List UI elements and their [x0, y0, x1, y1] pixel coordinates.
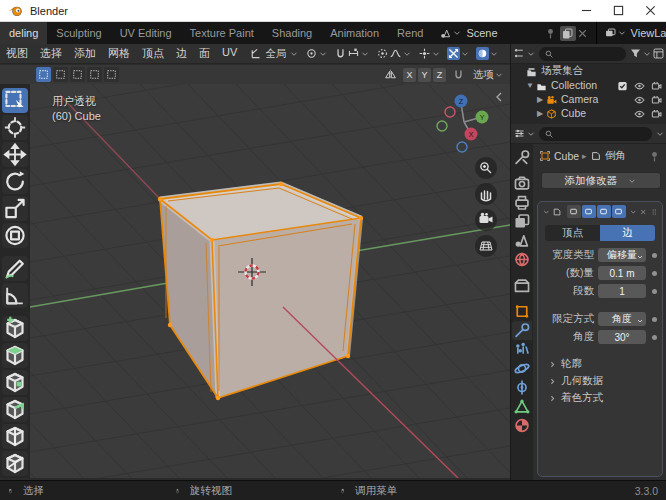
- section-着色方式[interactable]: 着色方式: [548, 389, 662, 406]
- value-field[interactable]: 30°: [598, 330, 646, 344]
- viewport-menu-4[interactable]: 顶点: [136, 46, 170, 61]
- dropdown-field[interactable]: 偏移量: [598, 248, 646, 262]
- tool-bevel[interactable]: [2, 397, 28, 422]
- properties-tab-view-layer[interactable]: [512, 212, 532, 231]
- tool-rotate[interactable]: [2, 169, 28, 194]
- section-轮廓[interactable]: 轮廓: [548, 355, 662, 372]
- outliner-row-Cube[interactable]: ▶Cube: [511, 106, 666, 120]
- eye-toggle-icon[interactable]: [633, 107, 646, 119]
- expander-caret[interactable]: ▼: [525, 81, 535, 90]
- mirror-axis-y[interactable]: Y: [418, 68, 431, 82]
- display-toggle-realtime[interactable]: [597, 205, 611, 218]
- value-field[interactable]: 1: [598, 284, 646, 298]
- properties-tab-object-data[interactable]: [512, 397, 532, 416]
- tool-annotate[interactable]: [2, 256, 28, 281]
- properties-tab-tool[interactable]: [512, 148, 532, 167]
- ortho-toggle-button[interactable]: [475, 235, 497, 257]
- properties-tab-material[interactable]: [512, 416, 532, 435]
- pin-icon[interactable]: [544, 27, 557, 40]
- checkbox-toggle-icon[interactable]: [616, 79, 629, 91]
- properties-tab-render[interactable]: [512, 174, 532, 193]
- viewport-menu-7[interactable]: UV: [216, 46, 243, 61]
- select-mode-set[interactable]: [36, 67, 51, 82]
- properties-tab-particles[interactable]: [512, 340, 532, 359]
- navigation-gizmo[interactable]: Z Y X: [437, 95, 489, 153]
- workspace-tab-texture-paint[interactable]: Texture Paint: [181, 22, 263, 44]
- filter-icon[interactable]: [629, 47, 642, 60]
- viewport-menu-2[interactable]: 添加: [68, 46, 102, 61]
- gizmo-neg-y[interactable]: [437, 121, 447, 131]
- tool-knife[interactable]: [2, 451, 28, 476]
- pan-button[interactable]: [475, 183, 497, 205]
- workspace-tab-uv-editing[interactable]: UV Editing: [111, 22, 181, 44]
- unlink-scene-icon[interactable]: [576, 27, 589, 40]
- viewport-menu-0[interactable]: 视图: [0, 46, 34, 61]
- tool-scale[interactable]: [2, 196, 28, 221]
- outliner-editor-icon[interactable]: [513, 47, 526, 60]
- transform-orientation-dropdown[interactable]: 全局: [249, 47, 299, 61]
- affect-tab-边[interactable]: 边: [600, 225, 655, 241]
- workspace-tab-deling[interactable]: deling: [0, 22, 47, 44]
- tool-measure[interactable]: [2, 283, 28, 308]
- animate-dot[interactable]: [652, 271, 657, 276]
- tool-extrude-region[interactable]: [2, 343, 28, 368]
- tool-add-cube[interactable]: [2, 316, 28, 341]
- breadcrumb-modifier[interactable]: 倒角: [605, 149, 626, 163]
- camera-view-button[interactable]: [475, 209, 497, 231]
- modifier-extras-icon[interactable]: [629, 207, 637, 217]
- properties-tab-output[interactable]: [512, 193, 532, 212]
- eye-toggle-icon[interactable]: [633, 79, 646, 91]
- display-toggle-render[interactable]: [612, 205, 626, 218]
- tool-loop-cut[interactable]: [2, 424, 28, 449]
- properties-tab-modifiers[interactable]: [512, 321, 532, 340]
- tool-select-box[interactable]: [2, 88, 28, 113]
- viewport-3d-scene[interactable]: Z Y X: [0, 84, 510, 478]
- outliner-row-Camera[interactable]: ▶Camera: [511, 92, 666, 106]
- properties-tab-collection[interactable]: [512, 276, 532, 295]
- modifier-close-icon[interactable]: [639, 207, 647, 217]
- workspace-tab-rend[interactable]: Rend: [388, 22, 432, 44]
- collapse-chevron-icon[interactable]: [542, 207, 550, 217]
- pivot-point-dropdown[interactable]: [305, 47, 328, 60]
- workspace-tab-shading[interactable]: Shading: [263, 22, 321, 44]
- show-gizmo-dropdown[interactable]: [418, 47, 441, 60]
- animate-dot[interactable]: [652, 253, 657, 258]
- animate-dot[interactable]: [652, 289, 657, 294]
- outliner-search-input[interactable]: [539, 47, 626, 61]
- mirror-icon[interactable]: [384, 68, 397, 81]
- cube-mesh[interactable]: [158, 182, 363, 400]
- display-mode-icon[interactable]: [652, 47, 665, 60]
- expander-caret[interactable]: ▶: [535, 95, 545, 104]
- breadcrumb-object[interactable]: Cube: [554, 150, 579, 162]
- close-button[interactable]: [634, 0, 666, 21]
- maximize-button[interactable]: [602, 0, 634, 21]
- outliner-row-Collection[interactable]: ▼Collection: [511, 78, 666, 92]
- select-mode-intersect[interactable]: [104, 67, 119, 82]
- pin-icon[interactable]: [648, 150, 661, 163]
- display-toggle-on-cage[interactable]: [567, 205, 581, 218]
- mirror-axis-x[interactable]: X: [403, 68, 416, 82]
- value-field[interactable]: 0.1 m: [598, 266, 646, 280]
- select-mode-invert[interactable]: [87, 67, 102, 82]
- tool-inset-faces[interactable]: [2, 370, 28, 395]
- zoom-button[interactable]: [475, 157, 497, 179]
- viewport-3d[interactable]: Z Y X: [0, 84, 510, 478]
- affect-tab-顶点[interactable]: 顶点: [545, 225, 600, 241]
- camera-toggle-icon[interactable]: [650, 93, 663, 105]
- gizmo-neg-x[interactable]: [445, 107, 455, 117]
- properties-tab-physics[interactable]: [512, 359, 532, 378]
- tool-transform[interactable]: [2, 223, 28, 248]
- tool-move[interactable]: [2, 142, 28, 167]
- select-mode-extend[interactable]: [53, 67, 68, 82]
- gizmo-neg-z[interactable]: [457, 142, 467, 152]
- snapping-controls[interactable]: [334, 47, 370, 60]
- camera-toggle-icon[interactable]: [650, 107, 663, 119]
- display-toggle-edit-mode[interactable]: [582, 205, 596, 218]
- animate-dot[interactable]: [652, 317, 657, 322]
- scene-selector[interactable]: Scene: [436, 22, 591, 44]
- drag-handle-icon[interactable]: [650, 207, 658, 217]
- properties-tab-scene[interactable]: [512, 231, 532, 250]
- outliner-row-场景集合[interactable]: 场景集合: [511, 64, 666, 78]
- snap-toggle-icon[interactable]: [452, 68, 465, 81]
- properties-tab-object[interactable]: [512, 302, 532, 321]
